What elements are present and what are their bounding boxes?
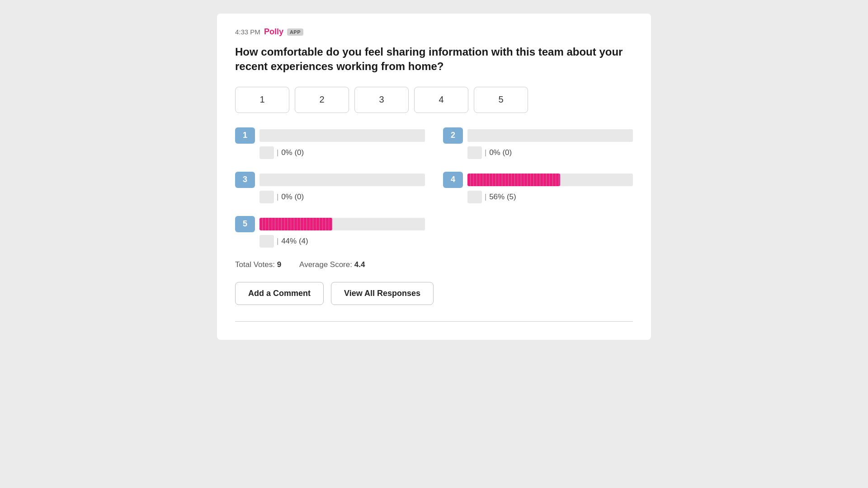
bar-track-1: [259, 129, 425, 142]
poll-question: How comfortable do you feel sharing info…: [235, 45, 633, 74]
stat-text-5: 44% (4): [281, 237, 308, 246]
average-score-label: Average Score: 4.4: [299, 260, 365, 269]
result-item-4: 4 | 56% (5): [443, 172, 633, 203]
stat-divider-5: |: [277, 237, 278, 245]
result-label-4: 4: [443, 172, 463, 188]
total-votes-label: Total Votes: 9: [235, 260, 281, 269]
stat-row-5: | 44% (4): [235, 235, 425, 248]
bar-track-2: [467, 129, 633, 142]
view-responses-button[interactable]: View All Responses: [331, 282, 434, 305]
app-name: Polly: [264, 27, 283, 37]
average-score-value: 4.4: [354, 260, 365, 269]
option-btn-5[interactable]: 5: [474, 87, 528, 113]
bar-track-5: [259, 218, 425, 230]
stat-text-1: 0% (0): [281, 148, 304, 157]
option-btn-4[interactable]: 4: [414, 87, 468, 113]
stat-row-3: | 0% (0): [235, 191, 425, 203]
bar-row-1: 1: [235, 127, 425, 144]
bar-track-3: [259, 174, 425, 186]
header-row: 4:33 PM Polly APP: [235, 27, 633, 37]
stat-box-1: [259, 146, 274, 159]
stat-divider-2: |: [485, 149, 486, 157]
result-item-1: 1 | 0% (0): [235, 127, 425, 159]
bottom-divider: [235, 321, 633, 322]
option-btn-1[interactable]: 1: [235, 87, 289, 113]
add-comment-button[interactable]: Add a Comment: [235, 282, 324, 305]
stat-text-2: 0% (0): [489, 148, 512, 157]
total-votes-value: 9: [277, 260, 281, 269]
result-label-2: 2: [443, 127, 463, 144]
stat-divider-3: |: [277, 193, 278, 201]
result-label-5: 5: [235, 216, 255, 232]
option-btn-3[interactable]: 3: [354, 87, 409, 113]
stat-row-4: | 56% (5): [443, 191, 633, 203]
options-row: 1 2 3 4 5: [235, 87, 633, 113]
bar-fill-5: [259, 218, 332, 230]
bar-row-4: 4: [443, 172, 633, 188]
bar-track-4: [467, 174, 633, 186]
totals-row: Total Votes: 9 Average Score: 4.4: [235, 260, 633, 269]
results-grid: 1 | 0% (0) 2: [235, 127, 633, 248]
result-label-1: 1: [235, 127, 255, 144]
stat-row-2: | 0% (0): [443, 146, 633, 159]
stat-divider-4: |: [485, 193, 486, 201]
stat-row-1: | 0% (0): [235, 146, 425, 159]
bar-row-3: 3: [235, 172, 425, 188]
result-item-3: 3 | 0% (0): [235, 172, 425, 203]
result-item-5: 5 | 44% (4): [235, 216, 425, 248]
app-badge: APP: [287, 28, 303, 36]
stat-box-2: [467, 146, 482, 159]
option-btn-2[interactable]: 2: [295, 87, 349, 113]
bar-row-5: 5: [235, 216, 425, 232]
result-label-3: 3: [235, 172, 255, 188]
actions-row: Add a Comment View All Responses: [235, 282, 633, 305]
page-container: 4:33 PM Polly APP How comfortable do you…: [0, 0, 868, 488]
bar-row-2: 2: [443, 127, 633, 144]
stat-divider-1: |: [277, 149, 278, 157]
stat-box-5: [259, 235, 274, 248]
bar-fill-4: [467, 174, 560, 186]
stat-text-4: 56% (5): [489, 192, 516, 202]
stat-box-3: [259, 191, 274, 203]
stat-box-4: [467, 191, 482, 203]
poll-card: 4:33 PM Polly APP How comfortable do you…: [217, 14, 651, 340]
stat-text-3: 0% (0): [281, 192, 304, 202]
timestamp: 4:33 PM: [235, 28, 260, 36]
result-item-2: 2 | 0% (0): [443, 127, 633, 159]
